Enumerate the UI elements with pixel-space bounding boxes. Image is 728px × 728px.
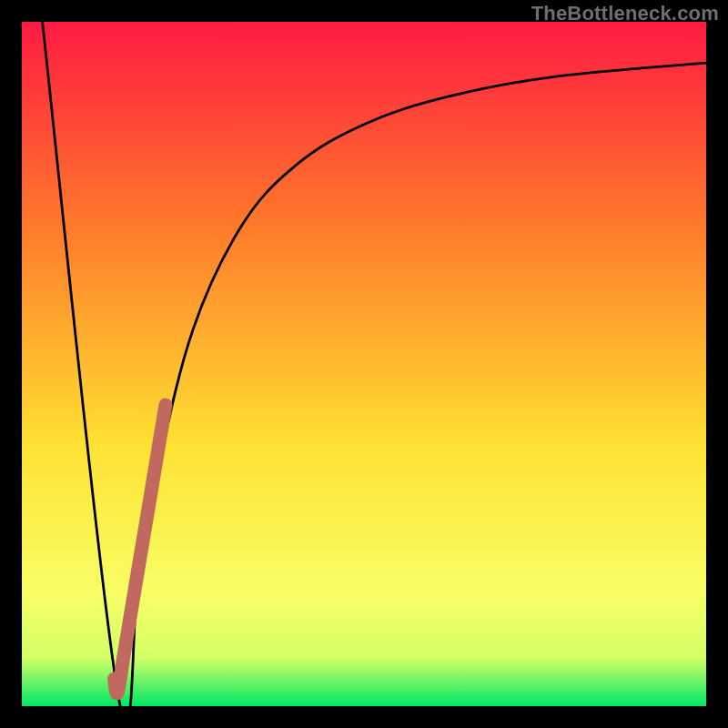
- heat-gradient-background: [22, 22, 706, 706]
- chart-stage: TheBottleneck.com: [0, 0, 728, 728]
- plot-area: [22, 22, 706, 706]
- gradient-rect: [22, 22, 706, 706]
